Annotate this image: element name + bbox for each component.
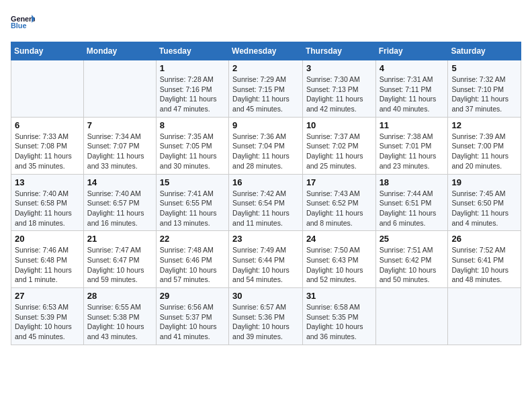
day-info: Sunrise: 7:29 AM Sunset: 7:15 PM Dayligh… <box>232 75 299 114</box>
day-info: Sunrise: 7:37 AM Sunset: 7:02 PM Dayligh… <box>306 132 372 171</box>
calendar-cell: 29Sunrise: 6:56 AM Sunset: 5:37 PM Dayli… <box>156 288 228 345</box>
weekday-header-sunday: Sunday <box>11 42 84 60</box>
calendar-week-row: 27Sunrise: 6:53 AM Sunset: 5:39 PM Dayli… <box>11 288 521 345</box>
svg-text:Blue: Blue <box>11 21 26 30</box>
day-info: Sunrise: 6:53 AM Sunset: 5:39 PM Dayligh… <box>15 302 80 342</box>
day-number: 4 <box>380 63 445 73</box>
calendar-cell: 13Sunrise: 7:40 AM Sunset: 6:58 PM Dayli… <box>11 174 84 231</box>
calendar-cell: 3Sunrise: 7:30 AM Sunset: 7:13 PM Daylig… <box>302 60 375 118</box>
day-info: Sunrise: 7:36 AM Sunset: 7:04 PM Dayligh… <box>232 132 299 171</box>
calendar-header-row: SundayMondayTuesdayWednesdayThursdayFrid… <box>11 42 521 60</box>
logo-icon: General Blue <box>11 11 35 35</box>
calendar-cell <box>11 60 84 118</box>
weekday-header-friday: Friday <box>375 42 448 60</box>
day-number: 3 <box>306 63 372 73</box>
weekday-header-tuesday: Tuesday <box>156 42 228 60</box>
day-number: 17 <box>306 177 372 187</box>
day-number: 2 <box>232 63 299 73</box>
day-info: Sunrise: 7:40 AM Sunset: 6:58 PM Dayligh… <box>15 189 80 228</box>
day-info: Sunrise: 7:39 AM Sunset: 7:00 PM Dayligh… <box>451 132 517 171</box>
day-info: Sunrise: 7:49 AM Sunset: 6:44 PM Dayligh… <box>232 245 299 285</box>
day-number: 8 <box>160 120 225 130</box>
calendar-cell: 20Sunrise: 7:46 AM Sunset: 6:48 PM Dayli… <box>11 231 84 288</box>
day-info: Sunrise: 7:47 AM Sunset: 6:47 PM Dayligh… <box>87 245 152 285</box>
day-info: Sunrise: 7:42 AM Sunset: 6:54 PM Dayligh… <box>232 189 299 228</box>
day-number: 18 <box>380 177 445 187</box>
calendar-cell: 23Sunrise: 7:49 AM Sunset: 6:44 PM Dayli… <box>229 231 303 288</box>
day-number: 25 <box>380 234 445 244</box>
calendar-cell: 31Sunrise: 6:58 AM Sunset: 5:35 PM Dayli… <box>302 288 375 345</box>
calendar-cell: 2Sunrise: 7:29 AM Sunset: 7:15 PM Daylig… <box>229 60 303 118</box>
day-number: 29 <box>160 291 225 301</box>
day-info: Sunrise: 7:41 AM Sunset: 6:55 PM Dayligh… <box>160 189 225 228</box>
calendar-cell: 5Sunrise: 7:32 AM Sunset: 7:10 PM Daylig… <box>448 60 521 118</box>
day-number: 13 <box>15 177 80 187</box>
day-info: Sunrise: 7:45 AM Sunset: 6:50 PM Dayligh… <box>451 189 517 228</box>
day-number: 20 <box>15 234 80 244</box>
day-number: 31 <box>306 291 372 301</box>
day-info: Sunrise: 7:35 AM Sunset: 7:05 PM Dayligh… <box>160 132 225 171</box>
day-number: 24 <box>306 234 372 244</box>
calendar-cell: 15Sunrise: 7:41 AM Sunset: 6:55 PM Dayli… <box>156 174 228 231</box>
day-info: Sunrise: 7:52 AM Sunset: 6:41 PM Dayligh… <box>451 245 517 285</box>
day-number: 6 <box>15 120 80 130</box>
day-number: 1 <box>160 63 225 73</box>
day-info: Sunrise: 7:32 AM Sunset: 7:10 PM Dayligh… <box>451 75 517 114</box>
calendar-cell: 25Sunrise: 7:51 AM Sunset: 6:42 PM Dayli… <box>375 231 448 288</box>
day-number: 23 <box>232 234 299 244</box>
day-info: Sunrise: 6:55 AM Sunset: 5:38 PM Dayligh… <box>87 302 152 342</box>
page-header: General Blue <box>11 11 521 35</box>
logo: General Blue <box>11 11 35 35</box>
day-info: Sunrise: 6:57 AM Sunset: 5:36 PM Dayligh… <box>232 302 299 342</box>
day-info: Sunrise: 7:51 AM Sunset: 6:42 PM Dayligh… <box>380 245 445 285</box>
day-number: 28 <box>87 291 152 301</box>
day-number: 7 <box>87 120 152 130</box>
day-info: Sunrise: 6:58 AM Sunset: 5:35 PM Dayligh… <box>306 302 372 342</box>
day-info: Sunrise: 7:33 AM Sunset: 7:08 PM Dayligh… <box>15 132 80 171</box>
calendar-week-row: 6Sunrise: 7:33 AM Sunset: 7:08 PM Daylig… <box>11 117 521 174</box>
day-info: Sunrise: 6:56 AM Sunset: 5:37 PM Dayligh… <box>160 302 225 342</box>
calendar-cell: 28Sunrise: 6:55 AM Sunset: 5:38 PM Dayli… <box>83 288 156 345</box>
day-info: Sunrise: 7:40 AM Sunset: 6:57 PM Dayligh… <box>87 189 152 228</box>
calendar-cell: 24Sunrise: 7:50 AM Sunset: 6:43 PM Dayli… <box>302 231 375 288</box>
day-number: 11 <box>380 120 445 130</box>
calendar-table: SundayMondayTuesdayWednesdayThursdayFrid… <box>11 42 521 345</box>
calendar-cell: 4Sunrise: 7:31 AM Sunset: 7:11 PM Daylig… <box>375 60 448 118</box>
weekday-header-monday: Monday <box>83 42 156 60</box>
calendar-cell <box>448 288 521 345</box>
weekday-header-wednesday: Wednesday <box>229 42 303 60</box>
day-number: 9 <box>232 120 299 130</box>
calendar-week-row: 20Sunrise: 7:46 AM Sunset: 6:48 PM Dayli… <box>11 231 521 288</box>
weekday-header-thursday: Thursday <box>302 42 375 60</box>
day-number: 21 <box>87 234 152 244</box>
day-info: Sunrise: 7:28 AM Sunset: 7:16 PM Dayligh… <box>160 75 225 114</box>
day-info: Sunrise: 7:30 AM Sunset: 7:13 PM Dayligh… <box>306 75 372 114</box>
calendar-cell <box>375 288 448 345</box>
calendar-cell: 1Sunrise: 7:28 AM Sunset: 7:16 PM Daylig… <box>156 60 228 118</box>
calendar-cell: 8Sunrise: 7:35 AM Sunset: 7:05 PM Daylig… <box>156 117 228 174</box>
weekday-header-saturday: Saturday <box>448 42 521 60</box>
day-number: 12 <box>451 120 517 130</box>
calendar-cell: 10Sunrise: 7:37 AM Sunset: 7:02 PM Dayli… <box>302 117 375 174</box>
day-number: 26 <box>451 234 517 244</box>
day-number: 19 <box>451 177 517 187</box>
calendar-cell: 7Sunrise: 7:34 AM Sunset: 7:07 PM Daylig… <box>83 117 156 174</box>
calendar-cell: 9Sunrise: 7:36 AM Sunset: 7:04 PM Daylig… <box>229 117 303 174</box>
day-number: 15 <box>160 177 225 187</box>
day-info: Sunrise: 7:38 AM Sunset: 7:01 PM Dayligh… <box>380 132 445 171</box>
calendar-cell: 22Sunrise: 7:48 AM Sunset: 6:46 PM Dayli… <box>156 231 228 288</box>
calendar-cell: 16Sunrise: 7:42 AM Sunset: 6:54 PM Dayli… <box>229 174 303 231</box>
day-number: 10 <box>306 120 372 130</box>
day-number: 30 <box>232 291 299 301</box>
day-info: Sunrise: 7:43 AM Sunset: 6:52 PM Dayligh… <box>306 189 372 228</box>
calendar-week-row: 1Sunrise: 7:28 AM Sunset: 7:16 PM Daylig… <box>11 60 521 118</box>
calendar-cell: 30Sunrise: 6:57 AM Sunset: 5:36 PM Dayli… <box>229 288 303 345</box>
calendar-cell: 12Sunrise: 7:39 AM Sunset: 7:00 PM Dayli… <box>448 117 521 174</box>
calendar-cell: 11Sunrise: 7:38 AM Sunset: 7:01 PM Dayli… <box>375 117 448 174</box>
day-info: Sunrise: 7:34 AM Sunset: 7:07 PM Dayligh… <box>87 132 152 171</box>
calendar-cell: 19Sunrise: 7:45 AM Sunset: 6:50 PM Dayli… <box>448 174 521 231</box>
calendar-week-row: 13Sunrise: 7:40 AM Sunset: 6:58 PM Dayli… <box>11 174 521 231</box>
day-info: Sunrise: 7:46 AM Sunset: 6:48 PM Dayligh… <box>15 245 80 285</box>
day-number: 16 <box>232 177 299 187</box>
calendar-cell: 14Sunrise: 7:40 AM Sunset: 6:57 PM Dayli… <box>83 174 156 231</box>
